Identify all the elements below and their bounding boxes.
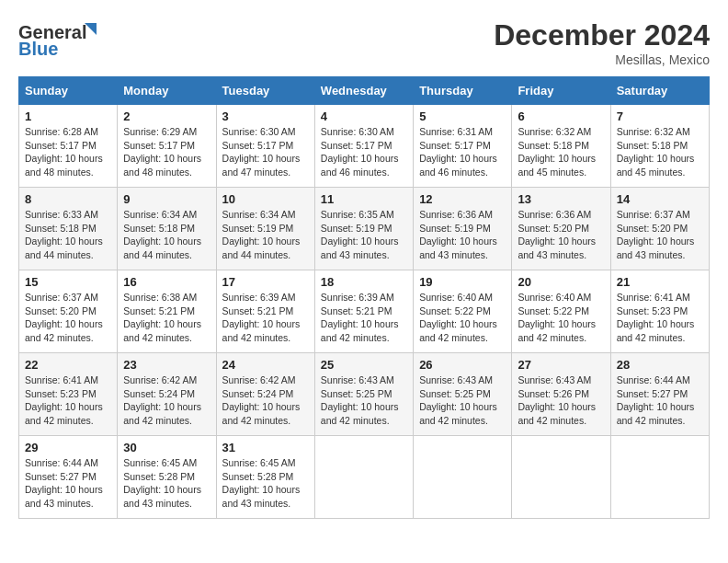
day-info: Sunrise: 6:30 AMSunset: 5:17 PMDaylight:… xyxy=(222,125,309,179)
day-info: Sunrise: 6:43 AMSunset: 5:25 PMDaylight:… xyxy=(419,373,506,428)
day-number: 15 xyxy=(25,275,111,289)
day-number: 9 xyxy=(123,192,210,206)
col-monday: Monday xyxy=(118,77,216,105)
day-number: 21 xyxy=(617,275,703,289)
day-number: 2 xyxy=(123,109,210,123)
calendar-cell: 20Sunrise: 6:40 AMSunset: 5:22 PMDayligh… xyxy=(512,270,610,353)
day-info: Sunrise: 6:35 AMSunset: 5:19 PMDaylight:… xyxy=(321,208,407,262)
calendar-cell: 14Sunrise: 6:37 AMSunset: 5:20 PMDayligh… xyxy=(610,188,709,270)
calendar-cell: 23Sunrise: 6:42 AMSunset: 5:24 PMDayligh… xyxy=(118,353,216,436)
day-info: Sunrise: 6:34 AMSunset: 5:18 PMDaylight:… xyxy=(123,208,210,262)
day-info: Sunrise: 6:37 AMSunset: 5:20 PMDaylight:… xyxy=(25,291,111,345)
calendar-cell xyxy=(512,436,610,519)
calendar-cell: 24Sunrise: 6:42 AMSunset: 5:24 PMDayligh… xyxy=(216,353,314,436)
day-info: Sunrise: 6:43 AMSunset: 5:25 PMDaylight:… xyxy=(321,373,407,428)
col-sunday: Sunday xyxy=(19,77,118,105)
calendar-cell: 25Sunrise: 6:43 AMSunset: 5:25 PMDayligh… xyxy=(314,353,413,436)
calendar-cell: 15Sunrise: 6:37 AMSunset: 5:20 PMDayligh… xyxy=(19,270,118,353)
calendar-cell: 6Sunrise: 6:32 AMSunset: 5:18 PMDaylight… xyxy=(512,105,610,188)
day-info: Sunrise: 6:37 AMSunset: 5:20 PMDaylight:… xyxy=(617,208,703,262)
day-info: Sunrise: 6:28 AMSunset: 5:17 PMDaylight:… xyxy=(25,125,111,179)
day-number: 1 xyxy=(25,109,111,123)
day-info: Sunrise: 6:31 AMSunset: 5:17 PMDaylight:… xyxy=(419,125,506,179)
day-info: Sunrise: 6:34 AMSunset: 5:19 PMDaylight:… xyxy=(222,208,309,262)
calendar-cell: 30Sunrise: 6:45 AMSunset: 5:28 PMDayligh… xyxy=(118,436,216,519)
day-info: Sunrise: 6:33 AMSunset: 5:18 PMDaylight:… xyxy=(25,208,111,262)
day-info: Sunrise: 6:38 AMSunset: 5:21 PMDaylight:… xyxy=(123,291,210,345)
day-number: 18 xyxy=(321,275,407,289)
calendar-cell: 10Sunrise: 6:34 AMSunset: 5:19 PMDayligh… xyxy=(216,188,314,270)
day-info: Sunrise: 6:40 AMSunset: 5:22 PMDaylight:… xyxy=(518,291,604,345)
calendar-week-1: 1Sunrise: 6:28 AMSunset: 5:17 PMDaylight… xyxy=(19,105,710,188)
day-number: 16 xyxy=(123,275,210,289)
day-info: Sunrise: 6:32 AMSunset: 5:18 PMDaylight:… xyxy=(617,125,703,179)
calendar-cell: 21Sunrise: 6:41 AMSunset: 5:23 PMDayligh… xyxy=(610,270,709,353)
calendar-cell: 7Sunrise: 6:32 AMSunset: 5:18 PMDaylight… xyxy=(610,105,709,188)
day-number: 12 xyxy=(419,192,506,206)
col-wednesday: Wednesday xyxy=(314,77,413,105)
day-number: 7 xyxy=(617,109,703,123)
day-number: 19 xyxy=(419,275,506,289)
calendar-week-5: 29Sunrise: 6:44 AMSunset: 5:27 PMDayligh… xyxy=(19,436,710,519)
calendar-cell: 3Sunrise: 6:30 AMSunset: 5:17 PMDaylight… xyxy=(216,105,314,188)
day-number: 13 xyxy=(518,192,604,206)
calendar-cell: 22Sunrise: 6:41 AMSunset: 5:23 PMDayligh… xyxy=(19,353,118,436)
calendar-cell: 28Sunrise: 6:44 AMSunset: 5:27 PMDayligh… xyxy=(610,353,709,436)
calendar-week-2: 8Sunrise: 6:33 AMSunset: 5:18 PMDaylight… xyxy=(19,188,710,270)
day-number: 26 xyxy=(419,358,506,372)
day-number: 29 xyxy=(25,441,111,454)
calendar-header-row: Sunday Monday Tuesday Wednesday Thursday… xyxy=(19,77,710,105)
calendar-cell: 19Sunrise: 6:40 AMSunset: 5:22 PMDayligh… xyxy=(414,270,512,353)
day-number: 4 xyxy=(321,109,407,123)
calendar-cell: 17Sunrise: 6:39 AMSunset: 5:21 PMDayligh… xyxy=(216,270,314,353)
calendar-cell: 8Sunrise: 6:33 AMSunset: 5:18 PMDaylight… xyxy=(19,188,118,270)
day-number: 3 xyxy=(222,109,309,123)
day-info: Sunrise: 6:45 AMSunset: 5:28 PMDaylight:… xyxy=(123,456,210,511)
day-number: 23 xyxy=(123,358,210,372)
calendar-cell: 16Sunrise: 6:38 AMSunset: 5:21 PMDayligh… xyxy=(118,270,216,353)
calendar-week-3: 15Sunrise: 6:37 AMSunset: 5:20 PMDayligh… xyxy=(19,270,710,353)
logo: General Blue xyxy=(18,18,101,60)
day-number: 22 xyxy=(25,358,111,372)
col-tuesday: Tuesday xyxy=(216,77,314,105)
day-number: 8 xyxy=(25,192,111,206)
calendar-cell xyxy=(314,436,413,519)
calendar-cell: 29Sunrise: 6:44 AMSunset: 5:27 PMDayligh… xyxy=(19,436,118,519)
calendar-cell: 27Sunrise: 6:43 AMSunset: 5:26 PMDayligh… xyxy=(512,353,610,436)
day-info: Sunrise: 6:39 AMSunset: 5:21 PMDaylight:… xyxy=(321,291,407,345)
day-info: Sunrise: 6:41 AMSunset: 5:23 PMDaylight:… xyxy=(617,291,703,345)
day-number: 20 xyxy=(518,275,604,289)
day-number: 30 xyxy=(123,441,210,454)
calendar-cell: 31Sunrise: 6:45 AMSunset: 5:28 PMDayligh… xyxy=(216,436,314,519)
day-number: 25 xyxy=(321,358,407,372)
month-title: December 2024 xyxy=(494,18,710,52)
calendar-cell: 4Sunrise: 6:30 AMSunset: 5:17 PMDaylight… xyxy=(314,105,413,188)
calendar-cell: 18Sunrise: 6:39 AMSunset: 5:21 PMDayligh… xyxy=(314,270,413,353)
calendar-cell: 12Sunrise: 6:36 AMSunset: 5:19 PMDayligh… xyxy=(414,188,512,270)
calendar-cell: 5Sunrise: 6:31 AMSunset: 5:17 PMDaylight… xyxy=(414,105,512,188)
calendar-cell: 1Sunrise: 6:28 AMSunset: 5:17 PMDaylight… xyxy=(19,105,118,188)
day-info: Sunrise: 6:40 AMSunset: 5:22 PMDaylight:… xyxy=(419,291,506,345)
calendar-cell: 26Sunrise: 6:43 AMSunset: 5:25 PMDayligh… xyxy=(414,353,512,436)
calendar-table: Sunday Monday Tuesday Wednesday Thursday… xyxy=(18,76,710,519)
day-number: 14 xyxy=(617,192,703,206)
day-number: 11 xyxy=(321,192,407,206)
title-block: December 2024 Mesillas, Mexico xyxy=(494,18,710,67)
calendar-week-4: 22Sunrise: 6:41 AMSunset: 5:23 PMDayligh… xyxy=(19,353,710,436)
day-number: 31 xyxy=(222,441,309,454)
day-info: Sunrise: 6:45 AMSunset: 5:28 PMDaylight:… xyxy=(222,456,309,511)
day-number: 5 xyxy=(419,109,506,123)
svg-text:Blue: Blue xyxy=(18,39,58,59)
day-info: Sunrise: 6:36 AMSunset: 5:19 PMDaylight:… xyxy=(419,208,506,262)
calendar-cell: 2Sunrise: 6:29 AMSunset: 5:17 PMDaylight… xyxy=(118,105,216,188)
day-info: Sunrise: 6:44 AMSunset: 5:27 PMDaylight:… xyxy=(25,456,111,511)
calendar-cell xyxy=(414,436,512,519)
day-info: Sunrise: 6:44 AMSunset: 5:27 PMDaylight:… xyxy=(617,373,703,428)
page-header: General Blue December 2024 Mesillas, Mex… xyxy=(18,18,710,67)
day-info: Sunrise: 6:42 AMSunset: 5:24 PMDaylight:… xyxy=(123,373,210,428)
day-info: Sunrise: 6:30 AMSunset: 5:17 PMDaylight:… xyxy=(321,125,407,179)
calendar-cell: 9Sunrise: 6:34 AMSunset: 5:18 PMDaylight… xyxy=(118,188,216,270)
day-number: 17 xyxy=(222,275,309,289)
day-number: 6 xyxy=(518,109,604,123)
day-info: Sunrise: 6:36 AMSunset: 5:20 PMDaylight:… xyxy=(518,208,604,262)
